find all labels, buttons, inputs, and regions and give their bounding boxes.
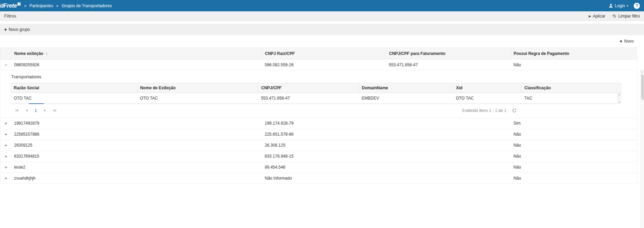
cell-nome-exibicao: teste2 <box>11 162 262 173</box>
scroll-up-icon[interactable]: ▲ <box>618 93 620 95</box>
detail-cell-classificacao: TAC <box>522 93 621 103</box>
pager-next-icon[interactable] <box>40 106 50 115</box>
cell-cnpj-cpf-faturamento <box>386 140 511 151</box>
breadcrumb-item-grupos-de-transportadores[interactable]: Grupos de Transportadores <box>61 3 112 8</box>
expand-row-icon[interactable]: + <box>3 153 9 159</box>
refresh-icon[interactable] <box>512 108 517 113</box>
apply-filter-button[interactable]: ▶ Aplicar <box>589 14 606 19</box>
groups-table-body: − 08608255926 086.082.559-26 553.471.658… <box>0 59 637 184</box>
main-content: + Novo Nome exibição ↑ CNPJ Raiz/CPF CNP… <box>0 35 644 228</box>
group-row[interactable]: + 19917492879 199.174.928-79 Sim <box>0 118 637 129</box>
group-row[interactable]: + teste2 89.454.546 Não <box>0 162 637 173</box>
groups-grid: Nome exibição ↑ CNPJ Raiz/CPF CNPJ/CPF p… <box>0 47 637 184</box>
cell-possui-regra-pagamento: Sim <box>511 118 637 129</box>
user-icon <box>609 3 613 8</box>
play-icon: ▶ <box>589 14 591 18</box>
cell-nome-exibicao: 08608255926 <box>11 59 262 70</box>
pager-status: Exibindo itens 1 - 1 de 1 <box>462 108 506 113</box>
column-header-nome-exibicao[interactable]: Nome exibição ↑ <box>11 48 262 59</box>
cell-cnpj-raiz-cpf: 26.308.125 <box>262 140 386 151</box>
detail-title: Transportadores <box>11 75 637 79</box>
detail-column-razao-social[interactable]: Razão Social <box>11 83 137 93</box>
plus-icon: + <box>4 27 7 32</box>
column-header-possui-regra-pagamento[interactable]: Possui Regra de Pagamento <box>511 48 637 59</box>
cell-cnpj-raiz-cpf: 833.176.948-15 <box>262 151 386 162</box>
expand-row-icon[interactable]: + <box>3 175 9 181</box>
cell-nome-exibicao: 26308125 <box>11 140 262 151</box>
table-header-row: Nome exibição ↑ CNPJ Raiz/CPF CNPJ/CPF p… <box>0 48 637 59</box>
transportadores-panel: Transportadores Razão Social Nome de Exi… <box>0 70 637 118</box>
column-header-cnpj-cpf-faturamento[interactable]: CNPJ/CPF para Faturamento <box>386 48 511 59</box>
cell-nome-exibicao: 83317694815 <box>11 151 262 162</box>
pager-last-icon[interactable] <box>50 106 59 115</box>
detail-column-xid[interactable]: Xid <box>453 83 522 93</box>
cell-possui-regra-pagamento: Não <box>511 129 637 140</box>
selection-indicator <box>29 103 44 104</box>
detail-header-row: Razão Social Nome de Exibição CNPJ/CPF D… <box>11 83 621 93</box>
eraser-icon <box>612 14 617 18</box>
detail-column-nome-de-exibicao[interactable]: Nome de Exibição <box>137 83 258 93</box>
detail-column-domainname[interactable]: DomainName <box>359 83 453 93</box>
topbar-right: Login ▾ ? <box>609 3 640 9</box>
group-row[interactable]: + 22565157886 225.651.578-86 Não <box>0 129 637 140</box>
cell-nome-exibicao: 19917492879 <box>11 118 262 129</box>
detail-row: Transportadores Razão Social Nome de Exi… <box>0 70 637 118</box>
new-group-label: Novo grupo <box>9 27 30 32</box>
breadcrumb-separator-icon: > <box>56 4 58 8</box>
expander-cell: + <box>0 173 12 184</box>
column-header-cnpj-raiz-cpf[interactable]: CNPJ Raiz/CPF <box>262 48 386 59</box>
transportadores-grid: Razão Social Nome de Exibição CNPJ/CPF D… <box>11 83 621 104</box>
cell-cnpj-raiz-cpf: Não Informado <box>262 173 386 184</box>
collapse-row-icon[interactable]: − <box>3 62 9 68</box>
expand-row-icon[interactable]: + <box>3 121 9 126</box>
transportador-row[interactable]: OTO TAC OTO TAC 553.471.658-47 EMBDEV OT… <box>11 93 621 103</box>
cell-cnpj-raiz-cpf: 225.651.578-86 <box>262 129 386 140</box>
cell-possui-regra-pagamento: Não <box>511 162 637 173</box>
scrollbar-thumb[interactable] <box>641 75 644 100</box>
expander-cell: + <box>0 118 12 129</box>
expander-cell: + <box>0 151 12 162</box>
clear-filter-button[interactable]: Limpar filtro <box>612 14 640 19</box>
clear-filter-label: Limpar filtro <box>618 14 640 19</box>
app-logo[interactable]: ldFrete <box>0 2 21 9</box>
detail-cell-cnpj-cpf: 553.471.658-47 <box>258 93 359 103</box>
pager-page-number[interactable]: 1 <box>31 108 40 113</box>
grid-toolbar: + Novo <box>0 35 644 47</box>
cell-nome-exibicao: 22565157886 <box>11 129 262 140</box>
group-row[interactable]: + 83317694815 833.176.948-15 Não <box>0 151 637 162</box>
expand-row-icon[interactable]: + <box>3 164 9 170</box>
cell-cnpj-cpf-faturamento <box>386 151 511 162</box>
detail-column-cnpj-cpf[interactable]: CNPJ/CPF <box>258 83 359 93</box>
new-label: Novo <box>624 39 634 44</box>
cell-cnpj-raiz-cpf: 89.454.546 <box>262 162 386 173</box>
expander-cell: + <box>0 162 12 173</box>
new-group-button[interactable]: + Novo grupo <box>4 27 30 32</box>
pager-right: Exibindo itens 1 - 1 de 1 <box>462 108 517 113</box>
groups-table: Nome exibição ↑ CNPJ Raiz/CPF CNPJ/CPF p… <box>0 47 637 184</box>
help-button[interactable]: ? <box>634 3 640 9</box>
pager-previous-icon[interactable] <box>22 106 31 115</box>
login-label: Login <box>615 3 625 8</box>
login-menu[interactable]: Login ▾ <box>609 3 628 8</box>
group-row[interactable]: + 26308125 26.308.125 Não <box>0 140 637 151</box>
scroll-up-icon[interactable]: ▲ <box>641 71 644 73</box>
new-button[interactable]: + Novo <box>620 39 634 44</box>
filters-bar: Filtros ▶ Aplicar Limpar filtro <box>0 11 644 21</box>
pager-first-icon[interactable] <box>12 106 22 115</box>
expand-row-icon[interactable]: + <box>3 142 9 148</box>
vertical-scrollbar[interactable]: ▲ ▼ <box>640 69 644 228</box>
cell-possui-regra-pagamento: Não <box>511 173 637 184</box>
breadcrumb: > Participantes > Grupos de Transportado… <box>24 3 112 8</box>
scroll-down-icon[interactable]: ▼ <box>618 101 620 103</box>
cell-cnpj-cpf-faturamento <box>386 162 511 173</box>
detail-scrollbar[interactable]: ▲ ▼ <box>617 93 621 104</box>
group-row[interactable]: + zssahdkjhjh Não Informado Não <box>0 173 637 184</box>
breadcrumb-item-participantes[interactable]: Participantes <box>30 3 53 8</box>
group-row[interactable]: − 08608255926 086.082.559-26 553.471.658… <box>0 59 637 70</box>
expand-row-icon[interactable]: + <box>3 132 9 137</box>
detail-cell-domainname: EMBDEV <box>359 93 453 103</box>
cell-possui-regra-pagamento: Não <box>511 151 637 162</box>
plus-icon: + <box>620 39 622 44</box>
filter-panel: + Novo grupo <box>0 24 644 35</box>
detail-column-classificacao[interactable]: Classificação <box>522 83 621 93</box>
